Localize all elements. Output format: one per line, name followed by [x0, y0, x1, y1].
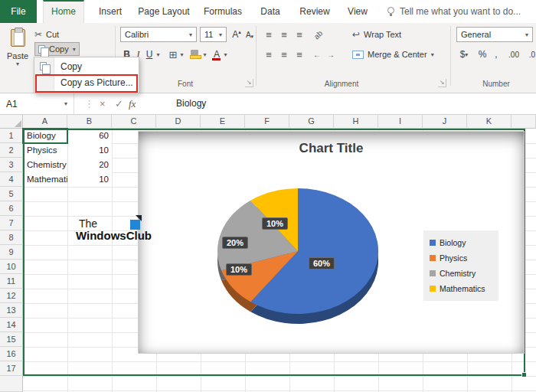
row-header-2[interactable]: 2	[0, 143, 23, 158]
alignment-dialog-launcher[interactable]: ↘	[438, 79, 446, 87]
row-header-9[interactable]: 9	[0, 245, 23, 260]
pie-chart-object[interactable]: Chart Title BiologyPhysicsChemistryMathe…	[139, 132, 524, 353]
row-header-4[interactable]: 4	[0, 172, 23, 187]
menu-item-copy[interactable]: Copy	[34, 59, 139, 75]
chart-title[interactable]: Chart Title	[139, 141, 524, 156]
legend-item-Physics[interactable]: Physics	[430, 250, 495, 266]
font-size-combo[interactable]: 11 ▾	[200, 27, 227, 42]
row-header-5[interactable]: 5	[0, 187, 23, 201]
row-header-partial[interactable]	[0, 376, 23, 392]
column-header-G[interactable]: G	[289, 115, 334, 129]
select-all-corner[interactable]	[0, 115, 23, 129]
column-header-E[interactable]: E	[201, 115, 245, 129]
orientation-button[interactable]: ab	[311, 27, 326, 42]
row-header-3[interactable]: 3	[0, 158, 23, 172]
column-header-F[interactable]: F	[245, 115, 289, 129]
column-header-K[interactable]: K	[467, 115, 511, 129]
cancel-icon[interactable]: ×	[100, 93, 106, 114]
align-top-button[interactable]: ≡	[262, 27, 276, 42]
cell-A3[interactable]: Chemistry	[24, 158, 67, 172]
row-header-1[interactable]: 1	[0, 129, 23, 143]
column-header-D[interactable]: D	[156, 115, 201, 129]
column-header-B[interactable]: B	[67, 115, 112, 129]
column-header-J[interactable]: J	[423, 115, 467, 129]
align-center-button[interactable]: ≡	[277, 47, 291, 62]
row-header-14[interactable]: 14	[0, 318, 23, 332]
enter-icon[interactable]: ✓	[115, 93, 123, 114]
increase-indent-button[interactable]: →	[325, 47, 337, 62]
tab-formulas[interactable]: Formulas	[198, 0, 248, 23]
merge-center-button[interactable]: Merge & Center ▾	[352, 47, 434, 61]
fill-color-arrow[interactable]: ▾	[201, 47, 208, 62]
align-bottom-button[interactable]: ≡	[293, 27, 306, 42]
column-header-partial[interactable]	[511, 115, 536, 129]
cell-A1[interactable]: Biology	[24, 129, 67, 143]
tab-data[interactable]: Data	[251, 0, 289, 23]
legend-item-Mathematics[interactable]: Mathematics	[430, 281, 495, 296]
font-dialog-launcher[interactable]: ↘	[245, 79, 253, 87]
fill-color-button[interactable]	[188, 47, 201, 62]
align-middle-button[interactable]: ≡	[277, 27, 291, 42]
row-header-17[interactable]: 17	[0, 361, 23, 376]
percent-style-button[interactable]: %	[476, 47, 489, 62]
row-header-11[interactable]: 11	[0, 274, 23, 289]
borders-button[interactable]: ⊞	[167, 47, 179, 62]
underline-options-arrow[interactable]: ▾	[155, 47, 162, 62]
row-header-13[interactable]: 13	[0, 303, 23, 318]
align-left-button[interactable]: ≡	[262, 47, 276, 62]
tab-file[interactable]: File	[0, 0, 37, 23]
fill-handle[interactable]	[521, 372, 527, 377]
insert-function-icon[interactable]: fx	[129, 93, 136, 114]
column-header-I[interactable]: I	[378, 115, 423, 129]
align-right-button[interactable]: ≡	[293, 47, 306, 62]
cell-B2[interactable]: 10	[68, 143, 112, 158]
tell-me-box[interactable]: Tell me what you want to do...	[387, 0, 521, 23]
font-name-combo[interactable]: Calibri ▾	[120, 27, 197, 42]
chart-legend[interactable]: BiologyPhysicsChemistryMathematics	[423, 230, 498, 301]
cell-B1[interactable]: 60	[68, 129, 112, 143]
increase-decimal-button[interactable]: .00	[505, 47, 522, 62]
paste-button[interactable]: Paste ▾	[2, 26, 33, 86]
row-header-7[interactable]: 7	[0, 216, 23, 230]
borders-arrow[interactable]: ▾	[178, 47, 185, 62]
cell-B3[interactable]: 20	[68, 158, 112, 172]
column-header-C[interactable]: C	[112, 115, 156, 129]
wrap-text-button[interactable]: ↩ Wrap Text	[352, 28, 401, 41]
name-box[interactable]: A1 ▾	[0, 93, 74, 114]
legend-item-Chemistry[interactable]: Chemistry	[430, 266, 495, 281]
cell-A2[interactable]: Physics	[24, 143, 67, 158]
data-label-Chemistry[interactable]: 20%	[222, 237, 248, 249]
row-header-12[interactable]: 12	[0, 289, 23, 303]
tab-home[interactable]: Home	[43, 0, 84, 23]
tab-review[interactable]: Review	[293, 0, 337, 23]
row-header-10[interactable]: 10	[0, 260, 23, 274]
tab-insert[interactable]: Insert	[90, 0, 130, 23]
underline-button[interactable]: U	[144, 47, 155, 62]
copy-button[interactable]: Copy ▾	[34, 42, 80, 56]
increase-font-size-button[interactable]: A▴	[230, 27, 243, 42]
data-label-Biology[interactable]: 60%	[309, 257, 335, 270]
legend-item-Biology[interactable]: Biology	[430, 235, 495, 250]
cell-B4[interactable]: 10	[68, 172, 112, 187]
row-header-6[interactable]: 6	[0, 201, 23, 216]
number-format-combo[interactable]: General ▾	[456, 27, 533, 42]
decrease-font-size-button[interactable]: A▾	[243, 27, 256, 42]
tab-page-layout[interactable]: Page Layout	[133, 0, 194, 23]
column-header-A[interactable]: A	[23, 115, 67, 129]
decrease-indent-button[interactable]: ←	[311, 47, 323, 62]
accounting-format-button[interactable]: $▾	[456, 47, 472, 62]
data-label-Mathematics[interactable]: 10%	[262, 217, 288, 230]
cell-A4[interactable]: Mathematics	[24, 172, 67, 187]
comma-style-button[interactable]: ,	[492, 47, 501, 62]
row-header-8[interactable]: 8	[0, 230, 23, 245]
row-header-15[interactable]: 15	[0, 332, 23, 347]
font-color-button[interactable]: A	[211, 47, 223, 62]
decrease-decimal-button[interactable]: .0	[524, 47, 536, 62]
column-header-H[interactable]: H	[334, 115, 378, 129]
formula-bar-value[interactable]: Biology	[176, 93, 206, 114]
font-color-arrow[interactable]: ▾	[222, 47, 229, 62]
row-header-16[interactable]: 16	[0, 347, 23, 361]
data-label-Physics[interactable]: 10%	[226, 263, 252, 276]
cut-button[interactable]: ✂ Cut	[34, 28, 59, 41]
formula-bar-grip[interactable]: ⋮	[84, 93, 94, 114]
